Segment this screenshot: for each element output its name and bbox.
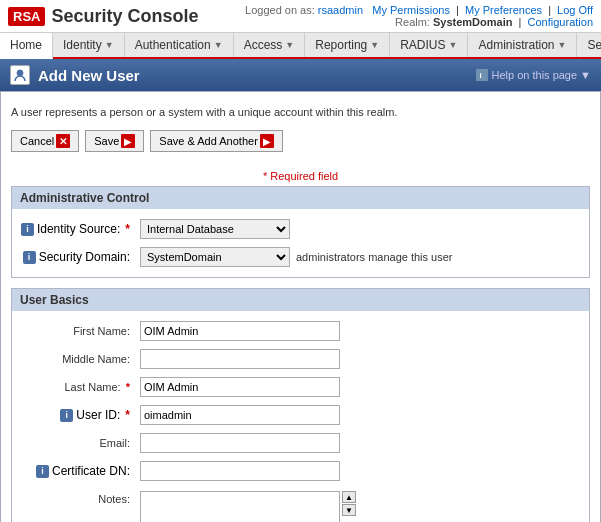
security-domain-note: administrators manage this user — [296, 251, 453, 263]
nav-reporting[interactable]: Reporting ▼ — [305, 33, 390, 57]
identity-source-required: * — [125, 222, 130, 236]
nav-authentication[interactable]: Authentication ▼ — [125, 33, 234, 57]
page-header: Add New User i Help on this page ▼ — [0, 59, 601, 91]
nav-reporting-arrow: ▼ — [370, 40, 379, 50]
last-name-required: * — [126, 381, 130, 393]
email-label: Email: — [20, 437, 140, 449]
save-icon: ▶ — [121, 134, 135, 148]
nav-identity-arrow: ▼ — [105, 40, 114, 50]
notes-label: Notes: — [20, 491, 140, 505]
email-row: Email: — [12, 429, 589, 457]
first-name-input[interactable] — [140, 321, 340, 341]
nav-home[interactable]: Home — [0, 33, 53, 59]
user-basics-header: User Basics — [12, 289, 589, 311]
nav-authentication-arrow: ▼ — [214, 40, 223, 50]
save-add-icon: ▶ — [260, 134, 274, 148]
my-preferences-link[interactable]: My Preferences — [465, 4, 542, 16]
log-off-link[interactable]: Log Off — [557, 4, 593, 16]
notes-scroll-up[interactable]: ▲ — [342, 491, 356, 503]
user-id-input[interactable] — [140, 405, 340, 425]
navbar: Home Identity ▼ Authentication ▼ Access … — [0, 33, 601, 59]
my-permissions-link[interactable]: My Permissions — [372, 4, 450, 16]
cancel-icon: ✕ — [56, 134, 70, 148]
username-link[interactable]: rsaadmin — [318, 4, 363, 16]
help-button[interactable]: i Help on this page ▼ — [476, 69, 591, 81]
admin-control-section: Administrative Control i Identity Source… — [11, 186, 590, 278]
certificate-dn-info-icon[interactable]: i — [36, 465, 49, 478]
content-area: A user represents a person or a system w… — [0, 91, 601, 522]
configuration-link[interactable]: Configuration — [528, 16, 593, 28]
security-domain-select[interactable]: SystemDomain — [140, 247, 290, 267]
last-name-row: Last Name: * — [12, 373, 589, 401]
header-right: Logged on as: rsaadmin My Permissions | … — [245, 4, 593, 28]
save-button[interactable]: Save ▶ — [85, 130, 144, 152]
certificate-dn-label: Certificate DN: — [52, 464, 130, 478]
realm-name: SystemDomain — [433, 16, 512, 28]
user-id-label: User ID: — [76, 408, 120, 422]
certificate-dn-input[interactable] — [140, 461, 340, 481]
nav-access[interactable]: Access ▼ — [234, 33, 306, 57]
nav-access-arrow: ▼ — [285, 40, 294, 50]
certificate-dn-row: i Certificate DN: — [12, 457, 589, 485]
user-id-row: i User ID: * — [12, 401, 589, 429]
admin-control-header: Administrative Control — [12, 187, 589, 209]
first-name-row: First Name: — [12, 317, 589, 345]
required-notice: * Required field — [11, 166, 590, 186]
logo-area: RSA Security Console — [8, 6, 199, 27]
last-name-input[interactable] — [140, 377, 340, 397]
middle-name-input[interactable] — [140, 349, 340, 369]
nav-administration[interactable]: Administration ▼ — [468, 33, 577, 57]
notes-input[interactable] — [140, 491, 340, 522]
nav-identity[interactable]: Identity ▼ — [53, 33, 125, 57]
security-domain-label: Security Domain: — [39, 250, 130, 264]
security-domain-info-icon[interactable]: i — [23, 251, 36, 264]
user-basics-section: User Basics First Name: Middle Name: Las… — [11, 288, 590, 522]
user-id-info-icon[interactable]: i — [60, 409, 73, 422]
identity-source-select[interactable]: Internal Database — [140, 219, 290, 239]
page-title: Add New User — [38, 67, 140, 84]
header: RSA Security Console Logged on as: rsaad… — [0, 0, 601, 33]
action-buttons: Cancel ✕ Save ▶ Save & Add Another ▶ — [11, 126, 590, 156]
notes-scroll-down[interactable]: ▼ — [342, 504, 356, 516]
identity-source-info-icon[interactable]: i — [21, 223, 34, 236]
svg-rect-1 — [476, 69, 488, 81]
middle-name-row: Middle Name: — [12, 345, 589, 373]
nav-radius-arrow: ▼ — [449, 40, 458, 50]
svg-point-0 — [17, 70, 23, 76]
first-name-label: First Name: — [20, 325, 140, 337]
app-title: Security Console — [51, 6, 198, 27]
security-domain-row: i Security Domain: SystemDomain administ… — [12, 243, 589, 271]
identity-source-row: i Identity Source: * Internal Database — [12, 215, 589, 243]
nav-radius[interactable]: RADIUS ▼ — [390, 33, 468, 57]
nav-setup[interactable]: Setup ▼ — [577, 33, 601, 57]
identity-source-label: Identity Source: — [37, 222, 120, 236]
last-name-label: Last Name: * — [20, 381, 140, 393]
save-add-button[interactable]: Save & Add Another ▶ — [150, 130, 282, 152]
email-input[interactable] — [140, 433, 340, 453]
logged-on-label: Logged on as: — [245, 4, 315, 16]
middle-name-label: Middle Name: — [20, 353, 140, 365]
cancel-button[interactable]: Cancel ✕ — [11, 130, 79, 152]
svg-text:i: i — [480, 71, 482, 80]
user-basics-body: First Name: Middle Name: Last Name: * — [12, 311, 589, 522]
nav-administration-arrow: ▼ — [557, 40, 566, 50]
rsa-logo: RSA — [8, 7, 45, 26]
realm-label: Realm: — [395, 16, 430, 28]
page-header-icon — [10, 65, 30, 85]
page-description: A user represents a person or a system w… — [11, 102, 590, 126]
admin-control-body: i Identity Source: * Internal Database i… — [12, 209, 589, 277]
user-id-required: * — [125, 408, 130, 422]
notes-row: Notes: ▲ ▼ — [12, 485, 589, 522]
help-arrow-icon: ▼ — [580, 69, 591, 81]
